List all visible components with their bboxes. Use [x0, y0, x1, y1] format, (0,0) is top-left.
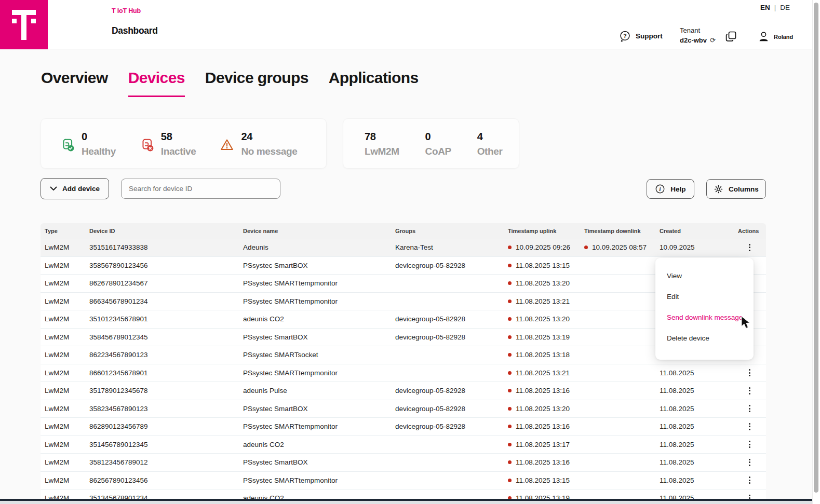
kebab-menu-icon[interactable] [746, 385, 754, 397]
tenant-label: Tenant [680, 26, 716, 36]
kebab-menu-icon[interactable] [746, 421, 754, 432]
cell-actions [733, 439, 766, 450]
vertical-scrollbar[interactable] [812, 0, 820, 504]
support-button[interactable]: ? Support [619, 30, 663, 42]
stat-label: No message [241, 146, 297, 156]
status-dot-icon [508, 317, 512, 321]
tab-overview[interactable]: Overview [41, 69, 108, 97]
table-row[interactable]: LwM2M351516174933838AdeunisKarena-Test10… [41, 239, 766, 257]
search-input[interactable] [121, 179, 280, 199]
cell-created: 10.09.2025 [655, 243, 733, 251]
lang-de[interactable]: DE [780, 4, 790, 11]
refresh-icon[interactable]: ⟳ [710, 36, 716, 46]
cell-created: 11.08.2025 [655, 458, 733, 466]
kebab-menu-icon[interactable] [746, 474, 754, 486]
table-header-row: TypeDevice IDDevice nameGroupsTimestamp … [41, 223, 766, 239]
cell-downlink: 10.09.2025 08:57 [580, 243, 655, 251]
tenant-block[interactable]: Tenant d2c-wbv ⟳ [680, 26, 716, 46]
context-menu-item-send-downlink-message[interactable]: Send downlink message [655, 307, 754, 328]
column-header-device-name[interactable]: Device name [239, 228, 391, 234]
cell-uplink: 11.08.2025 13:21 [504, 369, 580, 377]
cell-actions [733, 403, 766, 414]
cell-device-name: PSsystec SMARTtempmonitor [239, 279, 391, 287]
table-row[interactable]: LwM2M351456789012345adeunis CO211.08.202… [41, 436, 766, 454]
cell-device-name: adeunis Pulse [239, 387, 391, 394]
tab-device-groups[interactable]: Device groups [205, 69, 308, 97]
table-row[interactable]: LwM2M358123456789012PSsystec SmartBOX11.… [41, 454, 766, 472]
info-circle-icon: i [655, 184, 665, 194]
row-actions-context-menu: ViewEditSend downlink messageDelete devi… [655, 258, 754, 360]
stat-value: 58 [161, 131, 196, 142]
table-row[interactable]: LwM2M358234567890123PSsystec SmartBOXdev… [41, 400, 766, 418]
table-row[interactable]: LwM2M351789012345678adeunis Pulsedeviceg… [41, 382, 766, 400]
cell-groups: devicegroup-05-82928 [391, 333, 504, 341]
cell-actions [733, 385, 766, 397]
cell-groups: devicegroup-05-82928 [391, 423, 504, 430]
columns-button[interactable]: Columns [706, 179, 766, 199]
table-row[interactable]: LwM2M351345678901234adeunis CO211.08.202… [41, 489, 766, 500]
cell-uplink: 11.08.2025 13:15 [504, 476, 580, 484]
stat-label: Inactive [161, 146, 196, 156]
cell-type: LwM2M [41, 423, 85, 430]
cell-type: LwM2M [41, 315, 85, 323]
status-dot-icon [508, 299, 512, 303]
help-button[interactable]: i Help [647, 179, 694, 199]
context-menu-item-view[interactable]: View [655, 265, 754, 286]
lang-en[interactable]: EN [760, 4, 770, 11]
context-menu-item-delete-device[interactable]: Delete device [655, 328, 754, 348]
columns-label: Columns [729, 185, 759, 193]
add-device-button[interactable]: Add device [41, 178, 109, 199]
cell-type: LwM2M [41, 387, 85, 394]
kebab-menu-icon[interactable] [746, 367, 754, 378]
stat-value: 24 [241, 131, 297, 142]
stat-lwm2m: 78LwM2M [365, 131, 399, 156]
chevron-down-icon [50, 186, 57, 191]
cell-device-id: 351012345678901 [85, 315, 239, 323]
cell-device-id: 862678901234567 [85, 279, 239, 287]
mouse-cursor-icon [741, 316, 753, 332]
column-header-created[interactable]: Created [655, 228, 733, 234]
kebab-menu-icon[interactable] [746, 439, 754, 450]
cell-device-name: PSsystec SMARTtempmonitor [239, 423, 391, 430]
cell-groups: devicegroup-05-82928 [391, 262, 504, 269]
tab-devices[interactable]: Devices [128, 69, 185, 97]
cell-type: LwM2M [41, 243, 85, 251]
status-dot-icon [508, 281, 512, 285]
cell-device-name: PSsystec SMARTsocket [239, 351, 391, 359]
table-row[interactable]: LwM2M862890123456789PSsystec SMARTtempmo… [41, 418, 766, 436]
cell-device-name: PSsystec SMARTtempmonitor [239, 297, 391, 305]
kebab-menu-icon[interactable] [746, 403, 754, 414]
cell-uplink: 11.08.2025 13:21 [504, 297, 580, 305]
cell-uplink: 11.08.2025 13:16 [504, 387, 580, 394]
status-dot-icon [508, 425, 512, 428]
scrollbar-thumb[interactable] [814, 3, 818, 493]
kebab-menu-icon[interactable] [746, 457, 754, 468]
column-header-actions[interactable]: Actions [733, 228, 766, 234]
cell-created: 11.08.2025 [655, 369, 733, 377]
gear-icon [714, 184, 723, 194]
telekom-logo[interactable] [0, 0, 48, 49]
language-switch: EN | DE [760, 4, 790, 11]
stat-healthy: 0Healthy [60, 131, 116, 156]
column-header-timestamp-downlink[interactable]: Timestamp downlink [580, 228, 655, 234]
table-row[interactable]: LwM2M862567890123456PSsystec SMARTtempmo… [41, 472, 766, 490]
table-row[interactable]: LwM2M866012345678901PSsystec SMARTtempmo… [41, 364, 766, 383]
context-menu-item-edit[interactable]: Edit [655, 286, 754, 307]
cell-groups: Karena-Test [391, 243, 504, 251]
column-header-timestamp-uplink[interactable]: Timestamp uplink [504, 228, 580, 234]
cell-uplink: 11.08.2025 13:17 [504, 441, 580, 448]
copy-tenant-button[interactable] [725, 30, 737, 43]
column-header-type[interactable]: Type [41, 228, 85, 234]
cell-device-id: 351456789012345 [85, 441, 239, 448]
user-menu[interactable]: Roland [758, 31, 793, 43]
cell-uplink: 11.08.2025 13:20 [504, 279, 580, 287]
cell-device-name: PSsystec SmartBOX [239, 262, 391, 269]
cell-uplink: 11.08.2025 13:15 [504, 262, 580, 269]
column-header-groups[interactable]: Groups [391, 228, 504, 234]
stat-label: Other [477, 146, 503, 156]
cell-device-id: 351516174933838 [85, 243, 239, 251]
column-header-device-id[interactable]: Device ID [85, 228, 239, 234]
tab-applications[interactable]: Applications [329, 69, 419, 97]
kebab-menu-icon[interactable] [746, 242, 754, 253]
person-icon [758, 31, 770, 43]
